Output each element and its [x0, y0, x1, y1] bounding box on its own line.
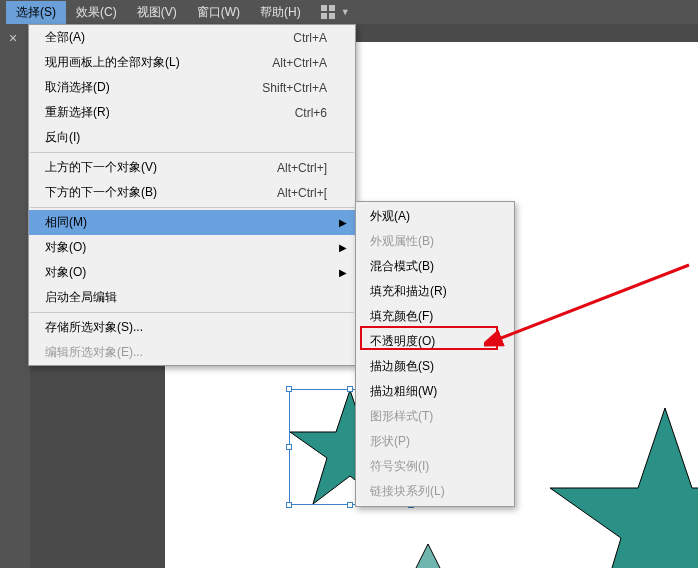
menu-next-below[interactable]: 下方的下一个对象(B) Alt+Ctrl+[	[29, 180, 355, 205]
menu-separator	[30, 207, 354, 208]
menu-label: 存储所选对象(S)...	[45, 319, 143, 336]
svg-rect-0	[321, 5, 327, 11]
submenu-appearance-attr: 外观属性(B)	[356, 229, 514, 254]
menu-separator	[30, 152, 354, 153]
close-icon[interactable]: ×	[0, 24, 30, 52]
menu-label: 启动全局编辑	[45, 289, 117, 306]
menu-edit-selection: 编辑所选对象(E)...	[29, 340, 355, 365]
menu-label: 对象(O)	[45, 239, 86, 256]
submenu-arrow-icon: ▶	[339, 267, 347, 278]
submenu-fill-and-stroke[interactable]: 填充和描边(R)	[356, 279, 514, 304]
menu-label: 重新选择(R)	[45, 104, 110, 121]
arrange-docs-icon[interactable]	[321, 5, 335, 19]
menu-label: 上方的下一个对象(V)	[45, 159, 157, 176]
menu-shortcut: Alt+Ctrl+]	[277, 161, 327, 175]
chevron-down-icon[interactable]: ▼	[341, 7, 350, 17]
triangle-shape[interactable]	[398, 544, 458, 568]
submenu-stroke-weight[interactable]: 描边粗细(W)	[356, 379, 514, 404]
svg-rect-3	[329, 13, 335, 19]
submenu-arrow-icon: ▶	[339, 217, 347, 228]
menu-object2[interactable]: 对象(O) ▶	[29, 260, 355, 285]
select-dropdown: 全部(A) Ctrl+A 现用画板上的全部对象(L) Alt+Ctrl+A 取消…	[28, 24, 356, 366]
menu-label: 反向(I)	[45, 129, 80, 146]
menu-reselect[interactable]: 重新选择(R) Ctrl+6	[29, 100, 355, 125]
submenu-fill-color[interactable]: 填充颜色(F)	[356, 304, 514, 329]
menu-shortcut: Ctrl+6	[295, 106, 327, 120]
menu-shortcut: Alt+Ctrl+A	[272, 56, 327, 70]
document-tab-bar: ×	[0, 24, 30, 568]
menu-effect[interactable]: 效果(C)	[66, 1, 127, 24]
menu-select[interactable]: 选择(S)	[6, 1, 66, 24]
submenu-stroke-color[interactable]: 描边颜色(S)	[356, 354, 514, 379]
menu-all[interactable]: 全部(A) Ctrl+A	[29, 25, 355, 50]
same-submenu: 外观(A) 外观属性(B) 混合模式(B) 填充和描边(R) 填充颜色(F) 不…	[355, 201, 515, 507]
submenu-blend-mode[interactable]: 混合模式(B)	[356, 254, 514, 279]
svg-rect-2	[321, 13, 327, 19]
menu-all-on-artboard[interactable]: 现用画板上的全部对象(L) Alt+Ctrl+A	[29, 50, 355, 75]
menu-help[interactable]: 帮助(H)	[250, 1, 311, 24]
menu-label: 相同(M)	[45, 214, 87, 231]
submenu-appearance[interactable]: 外观(A)	[356, 204, 514, 229]
menu-object[interactable]: 对象(O) ▶	[29, 235, 355, 260]
menu-label: 对象(O)	[45, 264, 86, 281]
submenu-shape: 形状(P)	[356, 429, 514, 454]
menu-inverse[interactable]: 反向(I)	[29, 125, 355, 150]
svg-rect-1	[329, 5, 335, 11]
menu-label: 全部(A)	[45, 29, 85, 46]
menu-same[interactable]: 相同(M) ▶	[29, 210, 355, 235]
svg-marker-5	[550, 408, 698, 568]
menu-shortcut: Alt+Ctrl+[	[277, 186, 327, 200]
menu-label: 下方的下一个对象(B)	[45, 184, 157, 201]
menu-save-selection[interactable]: 存储所选对象(S)...	[29, 315, 355, 340]
menu-label: 编辑所选对象(E)...	[45, 344, 143, 361]
star-shape-large[interactable]	[550, 408, 698, 568]
menu-shortcut: Shift+Ctrl+A	[262, 81, 327, 95]
submenu-link-block-series: 链接块系列(L)	[356, 479, 514, 504]
submenu-graphic-style: 图形样式(T)	[356, 404, 514, 429]
menu-start-global-edit[interactable]: 启动全局编辑	[29, 285, 355, 310]
menu-window[interactable]: 窗口(W)	[187, 1, 250, 24]
submenu-opacity[interactable]: 不透明度(O)	[356, 329, 514, 354]
menu-deselect[interactable]: 取消选择(D) Shift+Ctrl+A	[29, 75, 355, 100]
menu-label: 取消选择(D)	[45, 79, 110, 96]
menu-label: 现用画板上的全部对象(L)	[45, 54, 180, 71]
submenu-arrow-icon: ▶	[339, 242, 347, 253]
menubar-icons: ▼	[321, 5, 350, 19]
menu-separator	[30, 312, 354, 313]
menu-next-above[interactable]: 上方的下一个对象(V) Alt+Ctrl+]	[29, 155, 355, 180]
submenu-symbol-instance: 符号实例(I)	[356, 454, 514, 479]
svg-marker-6	[398, 544, 458, 568]
menu-view[interactable]: 视图(V)	[127, 1, 187, 24]
menubar: 选择(S) 效果(C) 视图(V) 窗口(W) 帮助(H) ▼	[0, 0, 698, 24]
menu-shortcut: Ctrl+A	[293, 31, 327, 45]
